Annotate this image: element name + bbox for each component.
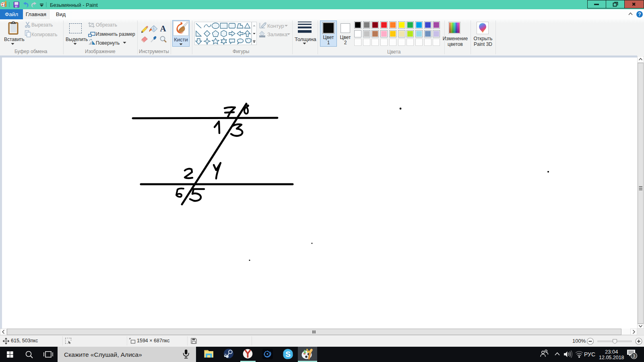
svg-text:A: A xyxy=(160,24,166,33)
svg-text:РУС: РУС xyxy=(584,351,595,358)
svg-text:12.05.2018: 12.05.2018 xyxy=(599,355,624,360)
svg-text:3: 3 xyxy=(633,354,635,358)
svg-text:23:04: 23:04 xyxy=(605,349,618,355)
svg-text:S: S xyxy=(285,350,291,358)
svg-text:?: ? xyxy=(638,12,641,17)
